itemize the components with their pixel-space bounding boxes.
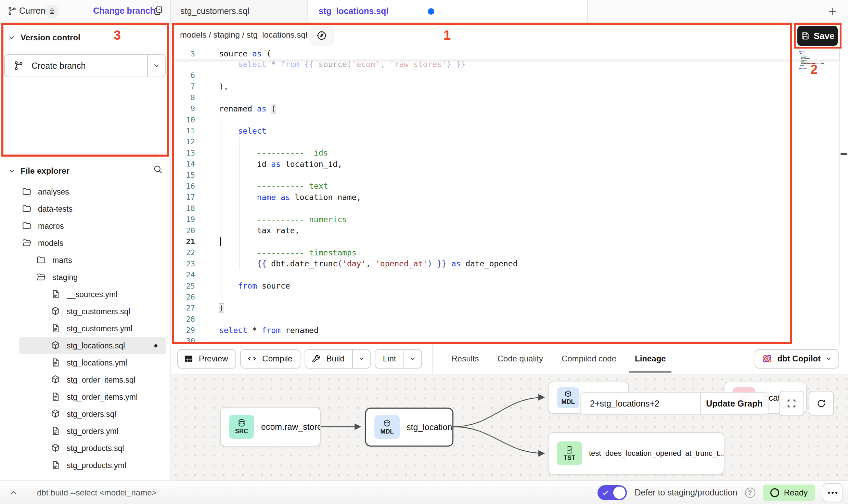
code-line[interactable]: 26 [171,291,839,302]
scrollbar-thumb[interactable] [840,153,847,155]
file-explorer-item[interactable]: stg_locations.sql [19,337,166,354]
lint-dropdown[interactable] [403,350,421,368]
refresh-button[interactable] [809,391,834,416]
code-line[interactable]: select * from {{ source('ecom', 'raw_sto… [171,59,839,70]
lineage-node-test[interactable]: TST test_does_location_opened_at_trunc_t… [548,432,724,475]
change-branch-link[interactable]: Change branch [93,6,155,16]
code-line[interactable]: 25 from source [171,280,839,291]
code-line[interactable]: 22 ---------- timestamps [171,247,839,258]
defer-toggle[interactable] [598,485,627,500]
code-line[interactable]: 16 ---------- text [171,181,839,191]
update-graph-button[interactable]: Update Graph [701,393,768,414]
code-line[interactable]: 7), [171,81,839,92]
code-token: {{ [257,259,267,268]
code-line[interactable]: 20 tax_rate, [171,225,839,236]
code-line[interactable]: 21 [171,236,839,247]
code-line[interactable]: 30 [171,336,839,344]
file-explorer-header[interactable]: File explorer [0,164,170,178]
compass-lineage-icon[interactable] [309,25,334,46]
file-explorer-item[interactable]: stg_locations.yml [19,354,166,371]
search-icon[interactable] [153,164,163,174]
tab-lineage[interactable]: Lineage [635,354,666,363]
model-badge: MDL [557,387,579,408]
version-control-header[interactable]: Version control [0,31,170,44]
code-line[interactable]: 14 id as location_id, [171,159,839,170]
code-editor[interactable]: models / staging / stg_locations.sql 3so… [171,23,848,344]
lineage-selector-input[interactable] [581,393,700,414]
file-explorer-item[interactable]: data-tests [19,200,166,217]
code-line[interactable]: 12 [171,136,839,147]
code-line[interactable]: 19 ---------- numerics [171,214,839,225]
code-line[interactable]: 9renamed as ( [171,103,839,114]
file-explorer-item[interactable]: stg_order_items.yml [19,388,166,406]
code-line[interactable]: 6 [171,70,839,81]
lint-button[interactable]: Lint [375,349,422,369]
tab-compiled-code[interactable]: Compiled code [562,354,616,363]
code-line[interactable]: 17 name as location_name, [171,192,839,203]
code-line[interactable]: 28 [171,314,839,324]
code-line[interactable]: 24 [171,269,839,280]
code-lines[interactable]: select * from {{ source('ecom', 'raw_sto… [171,59,839,344]
file-explorer-item[interactable]: macros [19,217,166,235]
help-icon[interactable]: ? [745,488,755,498]
code-line[interactable]: 8 [171,92,839,103]
compile-button[interactable]: Compile [240,349,300,369]
code-token: }} [456,60,465,69]
lineage-node-source[interactable]: SRC ecom.raw_stores [220,407,321,447]
code-token: as [451,259,461,268]
create-branch-button[interactable]: Create branch [4,54,166,77]
folder-open-icon [22,238,33,249]
preview-button[interactable]: Preview [177,349,236,369]
code-line[interactable]: 23 {{ dbt.date_trunc('day', 'opened_at')… [171,258,839,269]
tab-stg-locations[interactable]: stg_locations.sql [308,0,588,22]
file-explorer-item[interactable]: stg_customers.yml [19,320,166,337]
new-tab-button[interactable] [825,4,840,18]
check-icon [602,489,609,496]
tab-stg-customers[interactable]: stg_customers.sql [171,0,308,22]
file-explorer-item[interactable]: stg_orders.yml [19,423,166,440]
ready-status-badge[interactable]: Ready [763,485,815,501]
code-line-text: select * from renamed [205,326,319,335]
chevron-down-icon[interactable] [148,62,165,70]
code-line[interactable]: 27) [171,303,839,314]
file-explorer-item[interactable]: stg_products.sql [19,440,166,457]
file-explorer-item[interactable]: marts [19,252,166,269]
code-line[interactable]: 13 ---------- ids [171,147,839,158]
code-line[interactable]: 15 [171,170,839,181]
file-explorer-item[interactable]: stg_orders.sql [19,406,166,423]
code-token: location_id, [281,160,342,169]
dbt-command-text[interactable]: dbt build --select <model_name> [37,488,157,498]
file-explorer-item[interactable]: stg_products.yml [19,457,166,474]
code-line[interactable]: 10 [171,114,839,125]
lineage-canvas[interactable]: SRC ecom.raw_stores MDL stg_locations MD… [171,374,848,480]
code-line[interactable]: 11 select [171,125,839,136]
file-explorer-item[interactable]: stg_customers.sql [19,303,166,320]
file-explorer-item[interactable]: analyses [19,183,166,200]
code-token: from [281,60,299,69]
code-token: ( [271,104,276,113]
file-icon [50,426,61,437]
fullscreen-button[interactable] [779,391,804,416]
code-line[interactable]: 29select * from renamed [171,324,839,335]
tab-results[interactable]: Results [451,354,479,363]
code-line[interactable]: 18 [171,203,839,214]
minimap-line [799,51,805,52]
collapse-panel-button[interactable] [0,481,27,504]
tab-code-quality[interactable]: Code quality [498,354,543,363]
build-button[interactable]: Build [305,349,370,369]
copy-icon[interactable] [153,5,164,16]
lineage-node-stg-locations[interactable]: MDL stg_locations [365,408,453,447]
save-button[interactable]: Save [797,26,838,46]
file-explorer-item[interactable]: staging [19,269,166,286]
code-line-text: tax_rate, [205,226,299,235]
toggle-knob [613,487,626,499]
cube-icon [383,419,391,428]
file-explorer-item[interactable]: __sources.yml [19,286,166,303]
more-options-button[interactable] [823,483,843,502]
minimap[interactable] [799,48,835,70]
file-explorer-item[interactable]: models [19,235,166,252]
dbt-copilot-button[interactable]: dbt Copilot [755,349,839,369]
build-dropdown[interactable] [352,350,370,368]
file-explorer-item[interactable]: stg_order_items.sql [19,371,166,388]
code-line-text: ), [205,82,229,91]
